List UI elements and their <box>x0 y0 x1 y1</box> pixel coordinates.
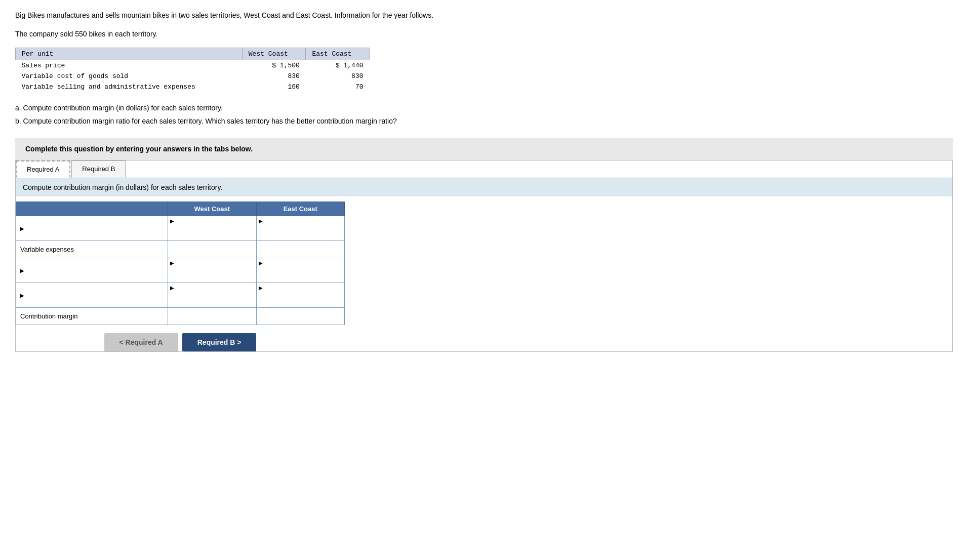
data-row-west: $ 1,500 <box>242 60 306 71</box>
answer-row-west-input[interactable] <box>168 224 256 241</box>
answer-table-row: ▶ ▶ ▶ <box>16 283 345 307</box>
tab-description: Compute contribution margin (in dollars)… <box>16 178 952 196</box>
nav-buttons: < Required A Required B > <box>16 333 345 351</box>
answer-table-row: Variable expenses <box>16 241 345 258</box>
answer-row-west-cell[interactable]: ▶ <box>168 258 257 283</box>
tab-content: Compute contribution margin (in dollars)… <box>16 178 952 351</box>
data-row-east: $ 1,440 <box>306 60 370 71</box>
data-row-label: Sales price <box>16 60 243 71</box>
data-row-east: 70 <box>306 82 370 92</box>
answer-table-row: ▶ ▶ ▶ <box>16 258 345 283</box>
data-table-label-header: Per unit <box>16 48 243 60</box>
answer-row-label: ▶ <box>16 283 168 307</box>
instruction-text: Complete this question by entering your … <box>25 145 253 153</box>
answer-table-label-col <box>16 202 168 216</box>
prev-button[interactable]: < Required A <box>104 333 178 351</box>
data-table-row: Variable selling and administrative expe… <box>16 82 370 92</box>
answer-row-east-cell[interactable]: ▶ <box>256 216 345 241</box>
intro-line2: The company sold 550 bikes in each terri… <box>15 29 953 39</box>
answer-row-west-input[interactable] <box>168 308 256 324</box>
answer-table: West Coast East Coast ▶ ▶ ▶ Variable exp… <box>16 202 345 325</box>
intro-line1: Big Bikes manufactures and sells mountai… <box>15 10 953 21</box>
answer-row-east-cell[interactable] <box>256 307 345 325</box>
data-table: Per unit West Coast East Coast Sales pri… <box>15 48 370 92</box>
tab-required-b-label: Required B <box>82 165 115 173</box>
data-table-row: Variable cost of goods sold 830 830 <box>16 71 370 82</box>
data-table-west-header: West Coast <box>242 48 306 60</box>
row-arrow-icon: ▶ <box>20 293 24 298</box>
answer-row-west-input[interactable] <box>168 241 256 257</box>
answer-row-label: Variable expenses <box>16 241 168 258</box>
tab-description-text: Compute contribution margin (in dollars)… <box>23 183 222 191</box>
answer-row-label: ▶ <box>16 258 168 283</box>
tab-required-b[interactable]: Required B <box>71 161 126 178</box>
answer-row-west-cell[interactable] <box>168 241 257 258</box>
data-table-east-header: East Coast <box>306 48 370 60</box>
answer-table-west-header: West Coast <box>168 202 257 216</box>
answer-row-east-input[interactable] <box>257 308 345 324</box>
answer-row-east-cell[interactable]: ▶ <box>256 258 345 283</box>
data-row-label: Variable selling and administrative expe… <box>16 82 243 92</box>
data-row-west: 830 <box>242 71 306 82</box>
questions-section: a. Compute contribution margin (in dolla… <box>15 102 953 128</box>
instruction-box: Complete this question by entering your … <box>15 138 953 160</box>
row-arrow-icon: ▶ <box>20 268 24 273</box>
question-b: b. Compute contribution margin ratio for… <box>15 115 953 128</box>
answer-table-east-header: East Coast <box>256 202 345 216</box>
answer-row-east-input[interactable] <box>257 266 345 283</box>
data-row-west: 160 <box>242 82 306 92</box>
question-a: a. Compute contribution margin (in dolla… <box>15 102 953 114</box>
next-button[interactable]: Required B > <box>182 333 257 351</box>
answer-row-west-cell[interactable]: ▶ <box>168 216 257 241</box>
tab-required-a-label: Required A <box>27 166 59 173</box>
answer-row-east-input[interactable] <box>257 224 345 241</box>
answer-row-east-input[interactable] <box>257 291 345 307</box>
answer-row-east-cell[interactable]: ▶ <box>256 283 345 307</box>
answer-table-row: ▶ ▶ ▶ <box>16 216 345 241</box>
answer-row-west-input[interactable] <box>168 291 256 307</box>
data-table-row: Sales price $ 1,500 $ 1,440 <box>16 60 370 71</box>
answer-row-west-cell[interactable] <box>168 307 257 325</box>
answer-row-west-input[interactable] <box>168 266 256 283</box>
answer-row-east-cell[interactable] <box>256 241 345 258</box>
answer-row-label: Contribution margin <box>16 307 168 325</box>
answer-table-wrapper: West Coast East Coast ▶ ▶ ▶ Variable exp… <box>16 196 952 325</box>
answer-row-east-input[interactable] <box>257 241 345 257</box>
tabs-container: Required A Required B <box>16 161 952 178</box>
answer-row-label: ▶ <box>16 216 168 241</box>
answer-table-row: Contribution margin <box>16 307 345 325</box>
answer-row-west-cell[interactable]: ▶ <box>168 283 257 307</box>
data-row-east: 830 <box>306 71 370 82</box>
tab-required-a[interactable]: Required A <box>16 161 70 178</box>
row-arrow-icon: ▶ <box>20 226 24 231</box>
data-row-label: Variable cost of goods sold <box>16 71 243 82</box>
